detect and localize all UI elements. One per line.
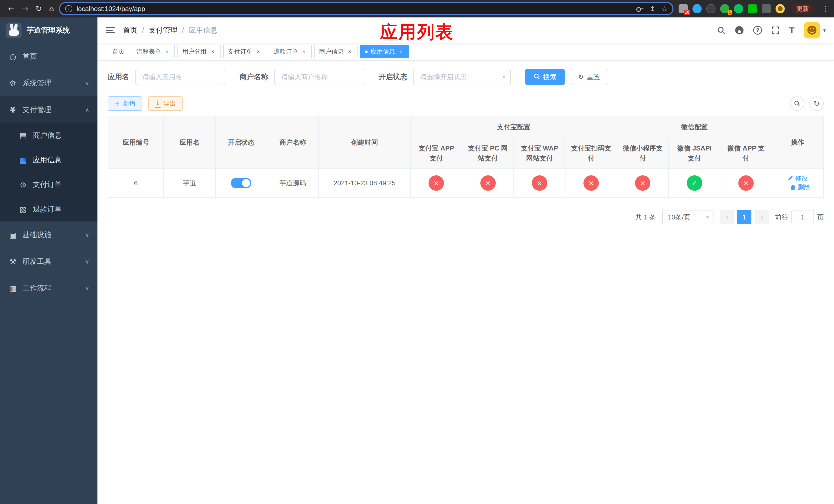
prev-page-button[interactable]: ‹	[720, 210, 734, 224]
status-select-placeholder: 请选择开启状态	[420, 72, 467, 82]
tag-home[interactable]: 首页	[108, 45, 129, 58]
col-header-wx-app: 微信 APP 支付	[720, 138, 772, 169]
extension-avatar-icon[interactable]: 1	[720, 4, 729, 13]
status-label: 开启状态	[378, 72, 407, 82]
refund-order-icon: ▧	[19, 205, 28, 214]
col-header-status: 开启状态	[215, 116, 267, 169]
sidebar-toggle-icon[interactable]	[106, 27, 115, 33]
breadcrumb-separator: /	[182, 26, 184, 35]
home-icon[interactable]: ⌂	[49, 5, 54, 13]
extension-chat-icon[interactable]	[748, 4, 757, 13]
forward-icon[interactable]: →	[22, 5, 28, 13]
alipay-pc-status-icon: ×	[480, 175, 496, 191]
merchant-card-icon: ▤	[19, 131, 28, 140]
active-dot-icon: ●	[365, 50, 368, 53]
close-icon[interactable]: ×	[255, 48, 262, 55]
extension-puzzle-icon[interactable]: 10	[679, 4, 688, 13]
search-button[interactable]: 搜索	[525, 69, 565, 85]
extensions-cluster: 10 1 ☻ 更新 ⋮	[679, 4, 829, 14]
password-key-icon[interactable]	[636, 7, 643, 11]
reset-button[interactable]: ↻ 重置	[570, 69, 608, 85]
search-icon[interactable]	[717, 26, 725, 35]
edit-link[interactable]: 修改	[787, 174, 808, 183]
merchant-name-input[interactable]	[275, 69, 364, 85]
font-size-icon[interactable]: T	[789, 25, 794, 36]
sidebar-item-label: 支付管理	[23, 105, 51, 115]
tags-view: 首页 流程表单 × 用户分组 × 支付订单 × 退款订单 ×	[97, 43, 834, 61]
toggle-search-button[interactable]	[790, 96, 804, 111]
tag-process-form[interactable]: 流程表单 ×	[132, 45, 175, 58]
sidebar-item-home[interactable]: ◷ 首页	[0, 43, 97, 70]
sidebar-item-label: 工作流程	[23, 283, 51, 293]
extension-wechat-icon[interactable]	[734, 4, 743, 13]
url-bar[interactable]: i localhost:1024/pay/app ↥ ☆	[59, 2, 674, 15]
tag-pay-order[interactable]: 支付订单 ×	[223, 45, 266, 58]
refresh-table-button[interactable]: ↻	[809, 96, 824, 111]
page-content: 应用名 商户名称 开启状态 请选择开启状态 ▾	[97, 61, 834, 504]
tag-label: 退款订单	[273, 47, 298, 55]
breadcrumb-payment[interactable]: 支付管理	[149, 25, 177, 35]
url-text: localhost:1024/pay/app	[76, 5, 632, 13]
extension-dark-icon[interactable]	[706, 4, 716, 13]
sidebar-item-payment[interactable]: ¥ 支付管理 ∧	[0, 96, 97, 123]
status-select[interactable]: 请选择开启状态 ▾	[413, 69, 511, 85]
extension-puzzle2-icon[interactable]	[762, 4, 771, 13]
cell-created-time: 2021-10-23 08:49:25	[319, 169, 410, 198]
close-icon[interactable]: ×	[209, 48, 216, 55]
caret-down-icon: ▾	[706, 214, 709, 220]
share-icon[interactable]: ↥	[650, 5, 655, 13]
app-logo	[6, 23, 22, 38]
help-icon[interactable]: ?	[753, 26, 762, 35]
app-table: 应用编号 应用名 开启状态 商户名称 创建时间 支付宝配置 微信配置 操作 支付…	[108, 116, 824, 198]
extension-emoji-icon[interactable]: ☻	[775, 4, 785, 13]
page-size-select[interactable]: 10条/页 ▾	[662, 210, 714, 224]
chrome-update-button[interactable]: 更新	[791, 4, 814, 14]
row-status-toggle[interactable]	[231, 178, 251, 188]
sidebar-item-workflow[interactable]: ▥ 工作流程 ∨	[0, 275, 97, 301]
tag-refund-order[interactable]: 退款订单 ×	[269, 45, 312, 58]
close-icon[interactable]: ×	[346, 48, 353, 55]
back-icon[interactable]: ←	[8, 5, 15, 13]
download-icon: ↓	[155, 100, 160, 108]
pagination-jumper: 前往 页	[775, 210, 824, 224]
close-icon[interactable]: ×	[397, 48, 404, 55]
next-page-button[interactable]: ›	[754, 210, 769, 224]
chrome-menu-icon[interactable]: ⋮	[822, 5, 829, 13]
app-navbar: 首页 / 支付管理 / 应用信息 ?	[97, 18, 834, 43]
close-icon[interactable]: ×	[301, 48, 307, 55]
export-button-label: 导出	[163, 99, 176, 108]
sidebar-item-refund-order[interactable]: ▧ 退款订单	[0, 197, 97, 222]
dashboard-icon: ◷	[8, 52, 18, 61]
page-number-1[interactable]: 1	[737, 210, 751, 224]
sidebar-item-merchant-info[interactable]: ▤ 商户信息	[0, 123, 97, 148]
tag-label: 流程表单	[136, 47, 161, 55]
user-menu[interactable]: ☻ ▾	[804, 22, 826, 39]
goto-page-input[interactable]	[791, 210, 814, 224]
sidebar-item-system[interactable]: ⚙ 系统管理 ∨	[0, 70, 97, 96]
close-icon[interactable]: ×	[163, 48, 170, 55]
tag-merchant-info[interactable]: 商户信息 ×	[314, 45, 357, 58]
reload-icon[interactable]: ↻	[36, 5, 42, 13]
add-button[interactable]: + 新增	[108, 96, 142, 111]
tag-app-info[interactable]: ● 应用信息 ×	[360, 45, 409, 58]
sidebar-item-infra[interactable]: ▣ 基础设施 ∨	[0, 222, 97, 248]
main-area: 首页 / 支付管理 / 应用信息 ?	[97, 18, 834, 504]
browser-nav-icons: ← → ↻ ⌂	[8, 5, 54, 13]
tag-user-group[interactable]: 用户分组 ×	[177, 45, 221, 58]
github-icon[interactable]	[735, 26, 744, 35]
bookmark-star-icon[interactable]: ☆	[661, 5, 667, 13]
app-name-input[interactable]	[135, 69, 225, 85]
sidebar-item-pay-order[interactable]: ⊕ 支付订单	[0, 172, 97, 197]
search-form: 应用名 商户名称 开启状态 请选择开启状态 ▾	[108, 69, 824, 85]
sidebar-item-dev-tools[interactable]: ⚒ 研发工具 ∨	[0, 248, 97, 275]
extension-drop-icon[interactable]	[693, 4, 702, 13]
tag-label: 首页	[112, 47, 125, 55]
fullscreen-icon[interactable]	[771, 26, 780, 35]
breadcrumb-home[interactable]: 首页	[123, 25, 137, 35]
export-button[interactable]: ↓ 导出	[148, 96, 182, 111]
sidebar-item-app-info[interactable]: ▦ 应用信息	[0, 148, 97, 172]
delete-link-label: 删除	[797, 183, 810, 191]
sidebar-item-label: 基础设施	[23, 230, 51, 240]
delete-link[interactable]: 删除	[790, 183, 810, 191]
site-info-icon[interactable]: i	[65, 5, 72, 12]
